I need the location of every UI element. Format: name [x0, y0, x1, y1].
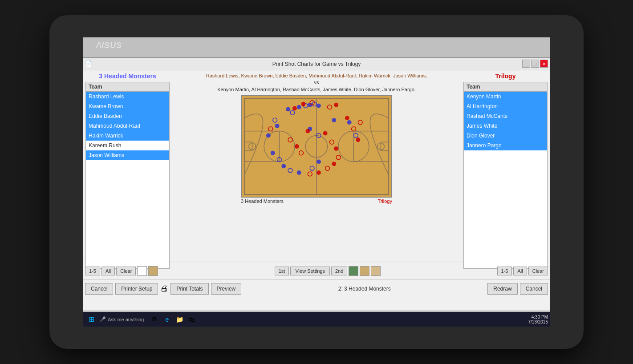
court-labels: 3 Headed Monsters Trilogy [241, 198, 392, 204]
left-panel: 3 Headed Monsters Team Rashard Lewis Kwa… [83, 70, 172, 262]
list-item[interactable]: Rashard Lewis [86, 92, 169, 101]
asus-logo: /\ISUS [96, 41, 122, 50]
search-label: Ask me anything [108, 317, 144, 322]
color-box-tan[interactable] [148, 266, 158, 276]
right-1-5-button[interactable]: 1-5 [497, 267, 512, 275]
taskbar: ⊞ 🎤 Ask me anything ⧉ e 📁 🛍 4:30 PM 7/13… [83, 312, 550, 327]
folder-icon[interactable]: 📁 [174, 315, 184, 324]
svg-point-38 [334, 103, 338, 107]
svg-point-22 [271, 151, 275, 155]
svg-point-34 [292, 106, 297, 111]
color-box-green[interactable] [349, 266, 358, 276]
svg-point-26 [297, 170, 301, 175]
color-box-white[interactable] [137, 266, 147, 276]
left-quarter-controls: 1-5 All Clear [85, 266, 158, 276]
printer-setup-button[interactable]: Printer Setup [115, 283, 158, 295]
svg-point-41 [295, 144, 299, 149]
cancel-button[interactable]: Cancel [85, 283, 113, 295]
view-settings-button[interactable]: View Settings [290, 267, 329, 275]
svg-point-52 [345, 116, 349, 120]
title-bar-controls: _ □ ✕ [522, 60, 548, 68]
svg-point-21 [266, 133, 271, 138]
cancel2-button[interactable]: Cancel [520, 283, 548, 295]
taskbar-search: 🎤 Ask me anything [100, 316, 144, 322]
left-list-header: Team [86, 82, 169, 92]
list-item[interactable]: James White [464, 121, 547, 131]
center-panel: Rashard Lewis, Kwame Brown, Eddie Basden… [172, 70, 461, 262]
taskview-icon[interactable]: ⧉ [150, 315, 159, 324]
right-list-header: Team [464, 82, 547, 92]
list-item[interactable]: Kareem Rush [86, 141, 169, 150]
tablet-frame: /\ISUS 📄 Print Shot Charts for Game vs T… [49, 15, 584, 349]
svg-point-19 [275, 124, 280, 128]
list-item[interactable]: Jannero Pargo [464, 141, 547, 150]
right-player-list: Team Kenyon Martin Al Harrington Rashad … [463, 82, 548, 269]
list-item[interactable]: Hakim Warrick [86, 131, 169, 141]
start-button[interactable]: ⊞ [85, 313, 97, 326]
svg-point-14 [297, 105, 301, 109]
left-team-title: 3 Headed Monsters [85, 73, 170, 80]
content-area: 3 Headed Monsters Team Rashard Lewis Kwa… [83, 70, 550, 262]
right-panel: Trilogy Team Kenyon Martin Al Harrington… [461, 70, 550, 262]
left-all-button[interactable]: All [101, 267, 115, 275]
vs-header: Rashard Lewis, Kwame Brown, Eddie Basden… [206, 73, 427, 93]
print-icon: 🖨 [160, 284, 168, 293]
right-quarter-controls: 1-5 All Clear [497, 267, 548, 275]
preview-button[interactable]: Preview [211, 283, 242, 295]
list-item[interactable]: Mahmoud Abdul-Rauf [86, 121, 169, 131]
center-quarter-controls: 1st View Settings 2nd [159, 266, 495, 276]
list-item[interactable]: Jason Williams [86, 150, 169, 160]
svg-point-18 [316, 104, 321, 108]
microphone-icon: 🎤 [100, 316, 106, 322]
svg-point-54 [356, 138, 360, 142]
svg-point-50 [316, 170, 321, 175]
svg-point-31 [332, 118, 336, 122]
court-svg [242, 96, 391, 197]
maximize-button[interactable]: □ [531, 60, 539, 68]
right-clear-button[interactable]: Clear [528, 267, 548, 275]
svg-point-44 [323, 131, 328, 136]
left-clear-button[interactable]: Clear [116, 267, 136, 275]
title-bar-icon: 📄 [85, 61, 92, 67]
team2-players-text: Kenyon Martin, Al Harrington, Rashad McC… [217, 87, 416, 92]
list-item[interactable]: Dion Glover [464, 131, 547, 141]
svg-point-35 [301, 102, 306, 106]
svg-point-24 [281, 164, 286, 168]
list-item[interactable]: Kwame Brown [86, 101, 169, 111]
color-box-tan3[interactable] [371, 266, 381, 276]
color-box-tan2[interactable] [360, 266, 369, 276]
vs-text: -vs- [312, 80, 321, 85]
clock-date: 7/13/2015 [528, 320, 548, 324]
right-all-button[interactable]: All [513, 267, 527, 275]
svg-point-48 [332, 162, 336, 166]
left-player-list: Team Rashard Lewis Kwame Brown Eddie Bas… [85, 82, 170, 269]
taskbar-clock: 4:30 PM 7/13/2015 [528, 315, 548, 324]
redraw-button[interactable]: Redraw [487, 283, 517, 295]
clock-time: 4:30 PM [528, 315, 548, 320]
minimize-button[interactable]: _ [522, 60, 530, 68]
list-item[interactable]: Eddie Basden [86, 111, 169, 121]
right-team-title: Trilogy [463, 73, 548, 80]
store-icon[interactable]: 🛍 [187, 315, 197, 324]
svg-point-32 [347, 120, 352, 125]
period-2nd-button[interactable]: 2nd [331, 267, 347, 275]
team1-players-text: Rashard Lewis, Kwame Brown, Eddie Basden… [206, 73, 427, 78]
list-item[interactable]: Rashad McCants [464, 111, 547, 121]
svg-point-29 [316, 160, 321, 164]
window-title: Print Shot Charts for Game vs Trilogy [272, 61, 361, 67]
taskbar-icons: ⧉ e 📁 🛍 [150, 315, 197, 324]
app-window: 📄 Print Shot Charts for Game vs Trilogy … [83, 57, 550, 311]
action-row: Cancel Printer Setup 🖨 Print Totals Prev… [83, 279, 550, 297]
court-label-team2: Trilogy [377, 198, 392, 204]
left-1-5-button[interactable]: 1-5 [85, 267, 100, 275]
list-item[interactable]: Kenyon Martin [464, 92, 547, 101]
period-1st-button[interactable]: 1st [275, 267, 289, 275]
print-totals-button[interactable]: Print Totals [170, 283, 208, 295]
close-button[interactable]: ✕ [540, 60, 548, 68]
svg-point-12 [286, 107, 290, 112]
list-item[interactable]: Al Harrington [464, 101, 547, 111]
court-label-team1: 3 Headed Monsters [241, 198, 284, 204]
svg-point-43 [305, 129, 310, 133]
edge-icon[interactable]: e [162, 315, 172, 324]
svg-point-46 [334, 146, 338, 151]
